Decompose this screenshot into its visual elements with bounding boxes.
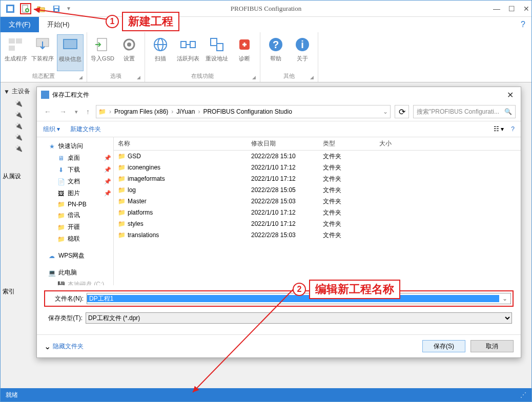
folder-icon: 📁 [57,236,65,243]
list-item[interactable]: 📁platforms2022/1/10 17:12文件夹 [114,207,521,218]
svg-rect-1 [8,6,13,11]
col-type[interactable]: 类型 [319,139,375,148]
star-icon: ★ [48,143,55,150]
view-options-icon[interactable]: ☷ ▾ [494,125,504,133]
btn-about[interactable]: i 关于 [290,34,315,71]
btn-reset-address[interactable]: 重设地址 [203,34,230,71]
help-icon[interactable]: ? [521,20,525,29]
list-item[interactable]: 📁iconengines2022/1/10 17:12文件夹 [114,162,521,173]
save-icon[interactable] [51,3,62,14]
slave-device-panel: 从属设 [3,172,33,181]
list-item[interactable]: 📁GSD2022/2/28 15:10文件夹 [114,151,521,162]
btn-settings[interactable]: 设置 [117,34,141,71]
svg-rect-6 [55,9,58,11]
cancel-button[interactable]: 取消 [470,340,514,352]
svg-rect-9 [9,46,15,51]
nav-forward-icon[interactable]: → [57,107,69,117]
folder-icon: 📁 [118,220,126,227]
nav-history-icon[interactable]: ▾ [73,108,80,116]
list-item[interactable]: 📁imageformats2022/1/10 17:12文件夹 [114,173,521,184]
search-input[interactable]: 搜索"PROFIBUS Configurati... 🔍 [413,105,516,118]
statusbar: 就绪 ⋰ [1,388,531,401]
folder-icon: 📁 [118,209,126,216]
chevron-down-icon[interactable]: ⌄ [44,342,51,351]
organize-menu[interactable]: 组织 ▾ [43,125,60,134]
col-size[interactable]: 大小 [375,139,416,148]
save-button[interactable]: 保存(S) [422,340,465,352]
folder-icon: 📁 [118,153,126,160]
list-item[interactable]: 📁translations2022/2/28 15:03文件夹 [114,229,521,241]
svg-point-15 [127,43,131,47]
tab-start[interactable]: 开始(H) [39,17,78,32]
hide-folders-link[interactable]: 隐藏文件夹 [53,342,84,351]
master-device-panel: ▼主设备 🔌 🔌 🔌 🔌 🔌 [3,85,33,154]
folder-icon: 📁 [118,231,126,239]
svg-rect-8 [16,38,22,44]
btn-generate-program[interactable]: 生成程序 [4,34,28,71]
btn-scan[interactable]: 扫描 [148,34,173,71]
help-icon[interactable]: ? [511,125,515,133]
btn-module-info[interactable]: 模块信息 [57,34,84,71]
filetype-label: 保存类型(T): [46,314,86,323]
group-launcher-icon[interactable]: ◢ [79,75,83,80]
svg-rect-29 [41,91,49,99]
btn-active-list[interactable]: 活跃列表 [175,34,201,71]
folder-icon: 📁 [118,164,126,171]
svg-rect-19 [181,41,186,48]
annotation-2: 2 编辑新工程名称 [293,280,400,299]
index-panel: 索引 [3,287,33,296]
gear-icon [120,35,138,54]
col-name[interactable]: 名称 [114,139,247,148]
ribbon: 生成程序 下装程序 模块信息 组态配置◢ 导入GSD 设置 选项◢ [1,32,531,82]
new-folder-button[interactable]: 新建文件夹 [70,125,101,134]
status-text: 就绪 [6,391,18,399]
globe-icon [151,35,170,54]
btn-help[interactable]: ? 帮助 [263,34,288,71]
svg-rect-22 [211,38,217,46]
svg-rect-20 [190,41,195,48]
btn-download-program[interactable]: 下装程序 [30,34,55,71]
svg-rect-7 [9,38,15,44]
tab-file[interactable]: 文件(F) [1,17,39,32]
qat-dropdown-icon[interactable]: ▼ [66,6,71,11]
btn-diagnostics[interactable]: 诊断 [232,34,257,71]
annotation-1: 1 新建工程 [106,12,179,31]
open-icon[interactable] [35,3,47,14]
col-date[interactable]: 修改日期 [247,139,319,148]
refresh-button[interactable]: ⟳ [395,105,409,118]
group-launcher-icon[interactable]: ◢ [252,75,256,80]
breadcrumb[interactable]: 📁 › Program Files (x86) › JiYuan › PROFI… [96,105,391,118]
app-icon [5,3,16,14]
titlebar: ▼ PROFIBUS Configuration — ☐ ✕ [1,1,531,17]
chevron-down-icon[interactable]: ⌄ [383,108,388,115]
save-dialog: 保存工程文件 ✕ ← → ▾ ↑ 📁 › Program Files (x86)… [36,87,521,358]
svg-text:?: ? [273,39,279,50]
document-icon: 📄 [57,178,65,185]
svg-rect-5 [54,6,58,8]
maximize-button[interactable]: ☐ [508,5,515,13]
list-item[interactable]: 📁log2022/2/28 15:05文件夹 [114,184,521,196]
minimize-button[interactable]: — [493,5,500,13]
disk-icon: 💾 [57,281,65,286]
info-icon: i [293,35,312,54]
new-project-icon[interactable] [20,3,31,14]
filetype-select[interactable]: DP工程文件 (*.dpr) [86,312,512,324]
picture-icon: 🖼 [57,190,65,197]
search-icon: 🔍 [504,108,512,115]
group-launcher-icon[interactable]: ◢ [310,75,314,80]
btn-import-gsd[interactable]: 导入GSD [90,34,115,71]
nav-up-icon[interactable]: ↑ [84,107,92,117]
file-list[interactable]: 名称 修改日期 类型 大小 📁GSD2022/2/28 15:10文件夹📁ico… [114,137,521,285]
svg-rect-12 [64,40,76,48]
close-button[interactable]: ✕ [523,5,529,13]
svg-rect-23 [217,44,223,51]
nav-back-icon[interactable]: ← [42,107,53,117]
group-launcher-icon[interactable]: ◢ [137,75,140,80]
chevron-down-icon[interactable]: ⌄ [499,295,510,302]
list-item[interactable]: 📁styles2022/1/10 17:12文件夹 [114,218,521,229]
refresh-icon: ⟳ [399,107,405,117]
dialog-close-button[interactable]: ✕ [504,90,517,100]
navigation-tree[interactable]: ★快速访问 🖥桌面📌 ⬇下载📌 📄文档📌 🖼图片📌 📁PN-PB 📁倍讯 📁开疆… [37,137,114,285]
resize-grip-icon[interactable]: ⋰ [520,391,526,398]
list-item[interactable]: 📁Master2022/2/28 15:03文件夹 [114,196,521,207]
